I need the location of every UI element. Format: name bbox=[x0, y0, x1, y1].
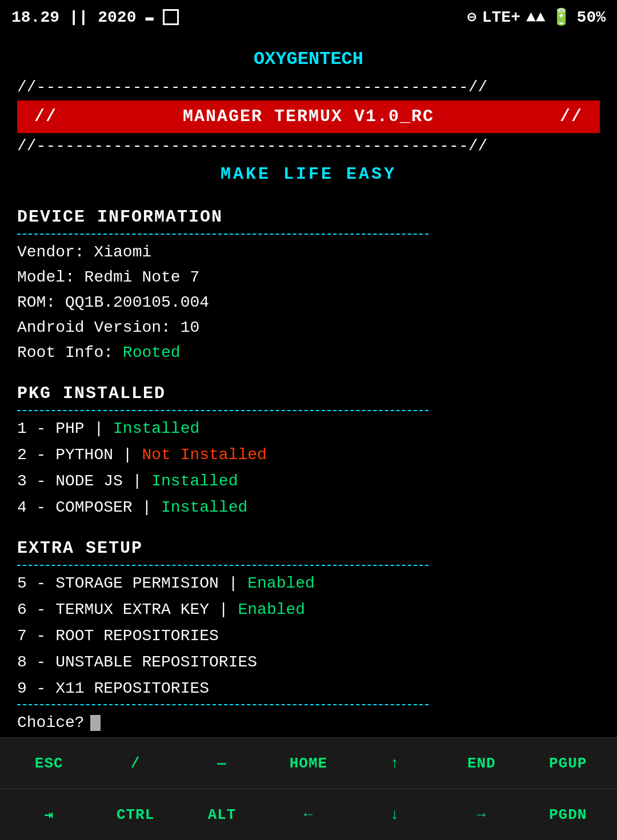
dashes-top: //--------------------------------------… bbox=[17, 75, 600, 99]
extra-7-label: 7 - ROOT REPOSITORIES bbox=[17, 627, 219, 645]
extra-item-7: 7 - ROOT REPOSITORIES bbox=[17, 624, 600, 648]
pkg-1-status: Installed bbox=[113, 420, 199, 437]
key-dash[interactable]: — bbox=[194, 750, 251, 777]
terminal-content: OXYGENTECH //---------------------------… bbox=[0, 34, 617, 746]
status-right: ⊖ LTE+ ▲▲ 🔋 50% bbox=[467, 7, 606, 27]
keyboard-bar: ESC / — HOME ↑ END PGUP ⇥ CTRL ALT ← ↓ →… bbox=[0, 737, 617, 840]
key-slash[interactable]: / bbox=[107, 750, 164, 777]
key-tab[interactable]: ⇥ bbox=[21, 801, 78, 829]
pkg-item-4: 4 - COMPOSER | Installed bbox=[17, 496, 600, 520]
signal-label: LTE+ bbox=[482, 9, 520, 26]
pkg-item-1: 1 - PHP | Installed bbox=[17, 417, 600, 441]
extra-6-status: Enabled bbox=[238, 601, 305, 618]
extra-setup-header: EXTRA SETUP bbox=[17, 536, 600, 561]
key-down[interactable]: ↓ bbox=[366, 802, 423, 828]
device-info-header: DEVICE INFORMATION bbox=[17, 204, 600, 230]
key-left[interactable]: ← bbox=[280, 802, 337, 828]
title-suffix: // bbox=[560, 104, 583, 130]
pkg-item-2: 2 - PYTHON | Not Installed bbox=[17, 443, 600, 467]
extra-9-label: 9 - X11 REPOSITORIES bbox=[17, 680, 209, 697]
extra-setup-divider bbox=[17, 565, 428, 566]
pkg-2-status: Not Installed bbox=[142, 446, 266, 464]
title-text: MANAGER TERMUX V1.0_RC bbox=[183, 104, 434, 130]
choice-prompt: Choice? bbox=[17, 711, 600, 735]
pkg-4-num: 4 - COMPOSER | bbox=[17, 499, 161, 516]
root-info-label: Root Info: bbox=[17, 344, 123, 361]
pkg-2-num: 2 - PYTHON | bbox=[17, 446, 142, 464]
rom-line: ROM: QQ1B.200105.004 bbox=[17, 291, 600, 315]
extra-item-5: 5 - STORAGE PERMISION | Enabled bbox=[17, 572, 600, 596]
root-info-value: Rooted bbox=[123, 344, 181, 361]
extra-5-label: 5 - STORAGE PERMISION | bbox=[17, 574, 247, 592]
key-up[interactable]: ↑ bbox=[366, 750, 423, 777]
key-end[interactable]: END bbox=[453, 750, 510, 777]
extra-item-8: 8 - UNSTABLE REPOSITORIES bbox=[17, 650, 600, 674]
extra-8-label: 8 - UNSTABLE REPOSITORIES bbox=[17, 653, 257, 671]
pkg-4-status: Installed bbox=[161, 499, 247, 516]
pkg-installed-divider bbox=[17, 410, 428, 411]
title-bar: // MANAGER TERMUX V1.0_RC // bbox=[17, 101, 600, 133]
bottom-divider bbox=[17, 704, 428, 705]
key-row-1: ESC / — HOME ↑ END PGUP bbox=[0, 737, 617, 789]
extra-item-9: 9 - X11 REPOSITORIES bbox=[17, 677, 600, 701]
pkg-item-3: 3 - NODE JS | Installed bbox=[17, 469, 600, 493]
root-info-line: Root Info: Rooted bbox=[17, 341, 600, 365]
battery-icon: 🔋 bbox=[551, 7, 571, 27]
square-icon bbox=[163, 9, 179, 25]
model-line: Model: Redmi Note 7 bbox=[17, 266, 600, 290]
pkg-installed-header: PKG INSTALLED bbox=[17, 381, 600, 407]
android-version-line: Android Version: 10 bbox=[17, 316, 600, 340]
extra-6-label: 6 - TERMUX EXTRA KEY | bbox=[17, 601, 238, 618]
vendor-line: Vendor: Xiaomi bbox=[17, 240, 600, 264]
key-home[interactable]: HOME bbox=[280, 750, 337, 777]
pkg-1-num: 1 - PHP | bbox=[17, 420, 113, 437]
brand-name: OXYGENTECH bbox=[17, 46, 600, 73]
device-info-divider bbox=[17, 234, 428, 235]
key-alt[interactable]: ALT bbox=[194, 802, 251, 828]
key-right[interactable]: → bbox=[453, 802, 510, 828]
key-ctrl[interactable]: CTRL bbox=[107, 802, 164, 828]
dnd-icon: ⊖ bbox=[467, 8, 476, 26]
pkg-3-status: Installed bbox=[151, 472, 238, 490]
dashes-bottom: //--------------------------------------… bbox=[17, 134, 600, 158]
time-display: 18.29 || 2020 bbox=[11, 9, 136, 26]
key-pgdn[interactable]: PGDN bbox=[539, 802, 596, 828]
battery-percent: 50% bbox=[577, 9, 606, 26]
title-prefix: // bbox=[34, 104, 57, 130]
signal-bars: ▲▲ bbox=[526, 9, 546, 26]
cursor bbox=[90, 715, 101, 731]
status-bar: 18.29 || 2020 ▬ ⊖ LTE+ ▲▲ 🔋 50% bbox=[0, 0, 617, 34]
extra-item-6: 6 - TERMUX EXTRA KEY | Enabled bbox=[17, 598, 600, 622]
key-row-2: ⇥ CTRL ALT ← ↓ → PGDN bbox=[0, 789, 617, 840]
status-left: 18.29 || 2020 ▬ bbox=[11, 9, 179, 26]
landscape-icon: ▬ bbox=[145, 10, 153, 25]
extra-5-status: Enabled bbox=[247, 574, 315, 592]
pkg-3-num: 3 - NODE JS | bbox=[17, 472, 151, 490]
tagline: MAKE LIFE EASY bbox=[17, 162, 600, 187]
key-pgup[interactable]: PGUP bbox=[539, 750, 596, 777]
choice-label: Choice? bbox=[17, 711, 85, 735]
key-esc[interactable]: ESC bbox=[21, 750, 78, 777]
